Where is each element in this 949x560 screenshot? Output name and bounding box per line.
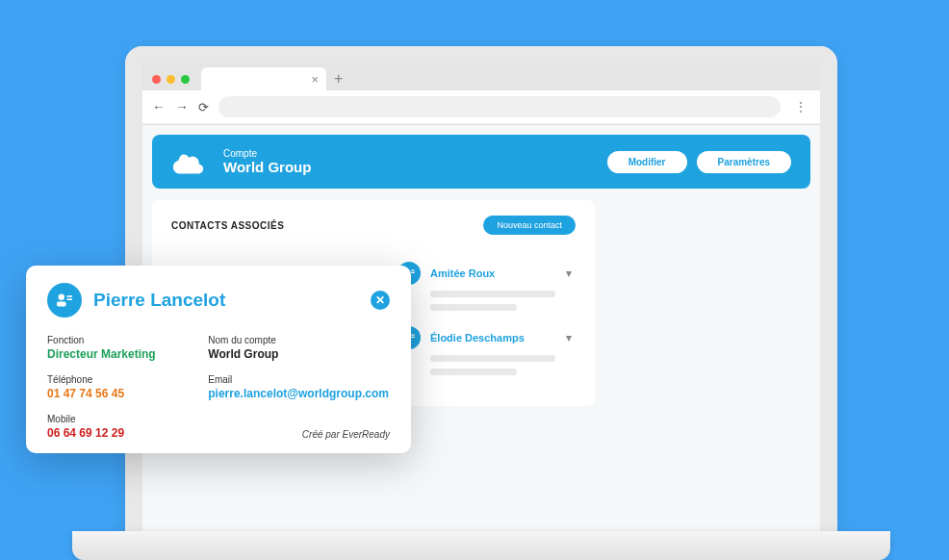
contact-card-header: Pierre Lancelot ✕ — [47, 283, 390, 318]
account-header-buttons: Modifier Paramètres — [607, 151, 791, 173]
account-header-text: Compte World Group — [223, 148, 311, 175]
account-label: Nom du compte — [208, 335, 390, 345]
fonction-label: Fonction — [47, 335, 198, 345]
browser-menu-icon[interactable]: ⋮ — [790, 99, 810, 115]
field-account: Nom du compte World Group — [208, 335, 390, 361]
email-value: pierre.lancelot@worldgroup.com — [208, 387, 390, 400]
svg-rect-10 — [66, 295, 72, 297]
mobile-label: Mobile — [47, 414, 198, 424]
svg-rect-2 — [411, 270, 415, 271]
contact-name: Amitée Roux — [430, 267, 556, 279]
close-tab-icon[interactable]: × — [311, 72, 319, 87]
account-value: World Group — [208, 347, 390, 361]
contact-detail-card: Pierre Lancelot ✕ Fonction Directeur Mar… — [26, 266, 411, 453]
fonction-value: Directeur Marketing — [47, 347, 198, 361]
reload-button[interactable]: ⟳ — [198, 100, 209, 115]
svg-point-8 — [59, 294, 64, 300]
svg-rect-6 — [411, 335, 415, 336]
svg-rect-7 — [411, 337, 415, 338]
created-by-label: Créé par EverReady — [208, 429, 390, 440]
salesforce-cloud-icon — [171, 148, 210, 175]
contact-skeleton — [430, 291, 576, 311]
svg-rect-3 — [411, 272, 415, 273]
close-card-button[interactable]: ✕ — [371, 291, 390, 310]
svg-rect-9 — [57, 302, 66, 307]
contact-row[interactable]: Élodie Deschamps ▾ — [398, 326, 576, 349]
modify-button[interactable]: Modifier — [607, 151, 687, 173]
new-tab-button[interactable]: + — [334, 70, 343, 88]
field-email: Email pierre.lancelot@worldgroup.com — [208, 374, 390, 400]
contacts-panel-header: CONTACTS ASSOCIÉS Nouveau contact — [171, 216, 576, 235]
contact-name: Élodie Deschamps — [430, 332, 556, 344]
tab-bar: × + — [142, 64, 820, 90]
new-contact-button[interactable]: Nouveau contact — [483, 216, 576, 235]
phone-label: Téléphone — [47, 374, 198, 385]
field-phone: Téléphone 01 47 74 56 45 — [47, 374, 198, 400]
close-window-button[interactable] — [152, 75, 161, 84]
contact-menu-icon[interactable]: ▾ — [566, 267, 576, 280]
account-header-left: Compte World Group — [171, 148, 311, 175]
account-header: Compte World Group Modifier Paramètres — [152, 135, 810, 189]
contact-skeleton — [430, 355, 576, 375]
account-type-label: Compte — [223, 148, 311, 159]
window-controls — [152, 75, 190, 84]
contact-card-fields: Fonction Directeur Marketing Nom du comp… — [47, 335, 390, 440]
contact-menu-icon[interactable]: ▾ — [566, 331, 576, 344]
address-input[interactable] — [218, 96, 781, 117]
minimize-window-button[interactable] — [167, 75, 175, 84]
contact-card-name: Pierre Lancelot — [93, 290, 359, 311]
settings-button[interactable]: Paramètres — [697, 151, 791, 173]
contact-row[interactable]: Amitée Roux ▾ — [398, 262, 576, 285]
field-fonction: Fonction Directeur Marketing — [47, 335, 198, 361]
field-mobile: Mobile 06 64 69 12 29 — [47, 414, 198, 440]
email-label: Email — [208, 374, 390, 385]
forward-button[interactable]: → — [175, 99, 189, 115]
mobile-value: 06 64 69 12 29 — [47, 426, 198, 440]
person-card-icon — [55, 293, 74, 308]
phone-value: 01 47 74 56 45 — [47, 387, 198, 400]
laptop-base — [72, 531, 890, 560]
maximize-window-button[interactable] — [181, 75, 190, 84]
back-button[interactable]: ← — [152, 99, 166, 115]
account-name: World Group — [223, 159, 311, 175]
url-bar: ← → ⟳ ⋮ — [142, 90, 820, 124]
svg-rect-11 — [66, 298, 72, 300]
browser-chrome: × + ← → ⟳ ⋮ — [142, 64, 820, 125]
contacts-panel-title: CONTACTS ASSOCIÉS — [171, 220, 284, 231]
contact-card-avatar — [47, 283, 82, 318]
card-footer-cell: Créé par EverReady — [208, 423, 390, 440]
browser-tab[interactable]: × — [201, 67, 326, 90]
